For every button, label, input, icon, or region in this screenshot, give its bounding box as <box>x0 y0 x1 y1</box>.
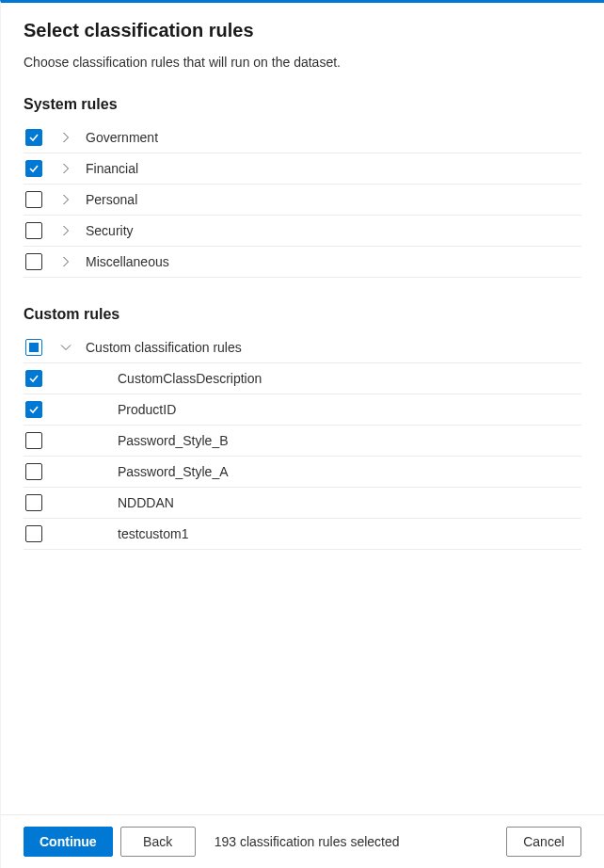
chevron-right-icon[interactable] <box>59 132 72 143</box>
rule-label: Financial <box>86 161 138 176</box>
rule-label: CustomClassDescription <box>118 371 262 386</box>
footer: Continue Back 193 classification rules s… <box>1 814 604 868</box>
continue-button[interactable]: Continue <box>24 827 113 857</box>
system-rule-row: Miscellaneous <box>24 247 581 278</box>
rule-checkbox[interactable] <box>25 463 42 480</box>
system-rules-header: System rules <box>24 96 581 113</box>
rule-checkbox[interactable] <box>25 494 42 511</box>
rule-label: Security <box>86 223 134 238</box>
chevron-right-icon[interactable] <box>59 194 72 205</box>
rule-checkbox[interactable] <box>25 432 42 449</box>
rule-checkbox[interactable] <box>25 253 42 270</box>
rule-checkbox[interactable] <box>25 370 42 387</box>
system-rules-list: GovernmentFinancialPersonalSecurityMisce… <box>24 122 581 278</box>
back-button[interactable]: Back <box>120 827 196 857</box>
rule-checkbox[interactable] <box>25 129 42 146</box>
custom-rules-list: Custom classification rules CustomClassD… <box>24 332 581 550</box>
custom-rule-row: Password_Style_A <box>24 457 581 488</box>
cancel-button[interactable]: Cancel <box>506 827 581 857</box>
custom-rule-row: ProductID <box>24 394 581 426</box>
system-rule-row: Government <box>24 122 581 153</box>
rule-label: Government <box>86 130 158 145</box>
rule-label: ProductID <box>118 402 176 417</box>
rule-checkbox[interactable] <box>25 191 42 208</box>
rule-checkbox[interactable] <box>25 160 42 177</box>
custom-rule-row: NDDDAN <box>24 488 581 519</box>
rule-label: Personal <box>86 192 137 207</box>
system-rule-row: Financial <box>24 153 581 185</box>
selection-status: 193 classification rules selected <box>215 834 400 849</box>
custom-rule-row: CustomClassDescription <box>24 363 581 394</box>
rule-label: testcustom1 <box>118 526 188 541</box>
chevron-right-icon[interactable] <box>59 256 72 267</box>
system-rule-row: Security <box>24 216 581 247</box>
rule-label: Password_Style_B <box>118 433 229 448</box>
rule-checkbox[interactable] <box>25 222 42 239</box>
chevron-down-icon[interactable] <box>59 342 72 353</box>
page-title: Select classification rules <box>24 20 581 41</box>
custom-group-label: Custom classification rules <box>86 340 242 355</box>
custom-rule-row: testcustom1 <box>24 519 581 550</box>
rule-checkbox[interactable] <box>25 525 42 542</box>
custom-group-checkbox[interactable] <box>25 339 42 356</box>
custom-rule-row: Password_Style_B <box>24 426 581 457</box>
chevron-right-icon[interactable] <box>59 163 72 174</box>
rule-label: Miscellaneous <box>86 254 169 269</box>
chevron-right-icon[interactable] <box>59 225 72 236</box>
page-description: Choose classification rules that will ru… <box>24 55 581 70</box>
system-rule-row: Personal <box>24 185 581 216</box>
custom-rules-header: Custom rules <box>24 306 581 323</box>
rule-label: NDDDAN <box>118 495 174 510</box>
rule-label: Password_Style_A <box>118 464 229 479</box>
custom-group-row: Custom classification rules <box>24 332 581 363</box>
rule-checkbox[interactable] <box>25 401 42 418</box>
